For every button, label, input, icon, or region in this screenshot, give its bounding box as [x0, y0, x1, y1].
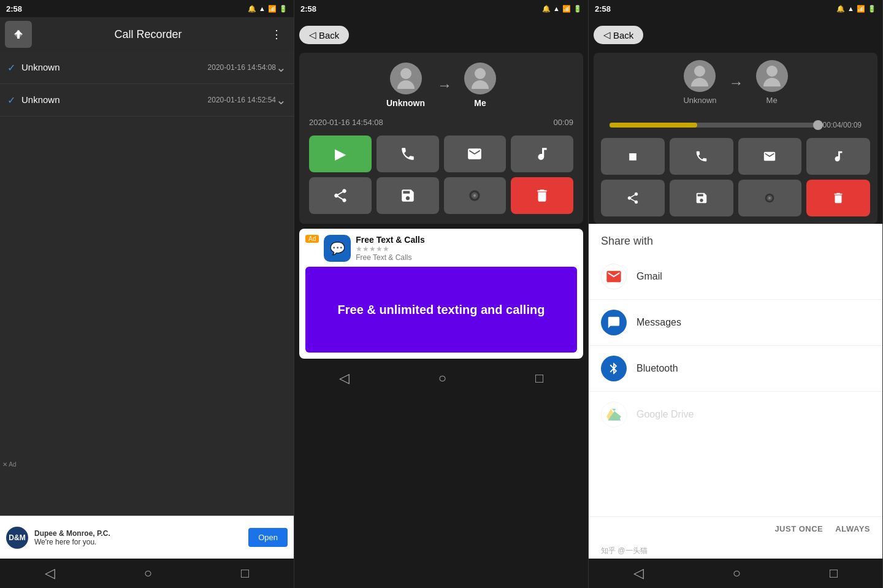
back-nav-button-2[interactable]: ◁	[327, 365, 362, 391]
share-item-gmail[interactable]: Gmail	[589, 254, 882, 300]
dm-logo: D&M	[6, 527, 28, 549]
sort-button[interactable]	[5, 21, 32, 48]
share-item-messages[interactable]: Messages	[589, 300, 882, 346]
action-grid-3: ■	[601, 138, 870, 216]
delete-button-3[interactable]	[806, 180, 870, 216]
save-button-3[interactable]	[670, 180, 733, 216]
notification-icon-3: 🔔	[836, 5, 845, 13]
ad-tagline: We're here for you.	[34, 538, 242, 546]
overflow-menu-button[interactable]: ⋮	[264, 22, 289, 47]
ad-banner-bottom[interactable]: D&M Dupee & Monroe, P.C. We're here for …	[0, 516, 294, 559]
recents-nav-button-3[interactable]: □	[817, 560, 850, 586]
ad-open-button[interactable]: Open	[248, 528, 288, 547]
caller-from-label-3: Unknown	[683, 96, 716, 105]
caller-from-label: Unknown	[386, 98, 425, 108]
recents-nav-button-2[interactable]: □	[523, 365, 556, 391]
call-duration: 00:09	[553, 118, 573, 127]
drive-icon	[601, 402, 627, 427]
call-button-3[interactable]	[670, 138, 733, 175]
nav-bar-1: ◁ ○ □	[0, 559, 294, 588]
signal-icon-2: 📶	[562, 5, 571, 13]
messages-label: Messages	[636, 317, 681, 328]
notification-icon: 🔔	[248, 5, 256, 13]
effects-button[interactable]	[444, 177, 506, 214]
call-item-1[interactable]: ✓ Unknown 2020-01-16 14:54:08 ⌄	[0, 52, 294, 84]
call-item-2[interactable]: ✓ Unknown 2020-01-16 14:52:54 ⌄	[0, 84, 294, 116]
gmail-label: Gmail	[636, 271, 662, 282]
back-button-3[interactable]: ◁ Back	[594, 26, 643, 44]
check-icon-1: ✓	[7, 62, 15, 74]
action-grid: ▶	[309, 136, 573, 214]
caller-to-label-3: Me	[766, 96, 778, 105]
avatar-unknown-3	[684, 60, 716, 92]
signal-icon: 📶	[268, 5, 277, 13]
ad-text: Dupee & Monroe, P.C. We're here for you.	[34, 529, 242, 546]
ad-company: Dupee & Monroe, P.C.	[34, 529, 242, 538]
ringtone-button[interactable]	[511, 136, 573, 172]
battery-icon-3: 🔋	[868, 5, 876, 13]
ad-app-info: Free Text & Calls ★★★★★ Free Text & Call…	[356, 235, 425, 262]
call-list: ✓ Unknown 2020-01-16 14:54:08 ⌄ ✓ Unknow…	[0, 52, 294, 516]
status-icons-3: 🔔 ▲ 📶 🔋	[836, 5, 876, 13]
effects-button-3[interactable]	[738, 180, 802, 216]
ad-area-2[interactable]: Ad 💬 Free Text & Calls ★★★★★ Free Text &…	[299, 229, 583, 359]
save-button[interactable]	[377, 177, 439, 214]
panel-call-recorder: 2:58 🔔 ▲ 📶 🔋 Call Recorder ⋮ ✓ Unknown 2…	[0, 0, 294, 588]
caller-display-3: Unknown → Me	[601, 60, 870, 105]
message-button-3[interactable]	[738, 138, 802, 175]
share-button-3[interactable]	[601, 180, 665, 216]
progress-track[interactable]	[610, 123, 818, 128]
panel-share: 2:58 🔔 ▲ 📶 🔋 ◁ Back	[589, 0, 883, 588]
drive-label: Google Drive	[636, 409, 694, 420]
share-item-bluetooth[interactable]: Bluetooth	[589, 346, 882, 392]
ad-banner-image[interactable]: Free & unlimited texting and calling	[305, 267, 577, 353]
back-button-2[interactable]: ◁ Back	[299, 26, 349, 44]
home-nav-button-1[interactable]: ○	[132, 560, 164, 586]
signal-icon-3: 📶	[857, 5, 865, 13]
call-detail-card: Unknown → Me 2020-01-16 14:54:08 00:09	[299, 53, 583, 224]
wifi-icon: ▲	[259, 5, 266, 12]
back-nav-button-3[interactable]: ◁	[621, 560, 656, 586]
app-bar: Call Recorder ⋮	[0, 17, 294, 52]
ad-app-icon-2: 💬	[324, 235, 351, 262]
ad-subtitle: Free Text & Calls	[356, 253, 425, 262]
call-detail-card-3: Unknown → Me	[594, 53, 877, 224]
caller-name-1: Unknown	[21, 62, 60, 72]
play-button[interactable]: ▶	[309, 136, 372, 172]
share-item-drive[interactable]: Google Drive	[589, 392, 882, 437]
ringtone-button-3[interactable]	[806, 138, 870, 175]
expand-icon-2[interactable]: ⌄	[276, 93, 286, 107]
call-direction-arrow: →	[437, 77, 452, 94]
status-bar-2: 2:58 🔔 ▲ 📶 🔋	[294, 0, 588, 17]
stop-button-3[interactable]: ■	[601, 138, 665, 175]
progress-bar-container: 00:04/00:09	[601, 115, 870, 132]
caller-display: Unknown → Me	[309, 63, 573, 108]
caller-name-2: Unknown	[21, 94, 60, 105]
status-bar-3: 2:58 🔔 ▲ 📶 🔋	[589, 0, 882, 17]
ad-app-name: Free Text & Calls	[356, 235, 425, 245]
svg-point-2	[473, 194, 476, 197]
caller-to-label: Me	[474, 98, 486, 108]
share-title: Share with	[589, 224, 882, 254]
share-button[interactable]	[309, 177, 372, 214]
recents-nav-button-1[interactable]: □	[229, 560, 261, 586]
expand-icon-1[interactable]: ⌄	[276, 60, 286, 75]
status-time-2: 2:58	[300, 4, 316, 13]
always-button[interactable]: ALWAYS	[835, 524, 870, 533]
progress-thumb[interactable]	[813, 120, 823, 130]
just-once-button[interactable]: JUST ONCE	[774, 524, 823, 533]
call-button[interactable]	[377, 136, 439, 172]
message-button[interactable]	[444, 136, 506, 172]
progress-fill	[610, 123, 697, 128]
status-icons-2: 🔔 ▲ 📶 🔋	[542, 5, 582, 13]
svg-point-5	[769, 197, 771, 199]
home-nav-button-2[interactable]: ○	[426, 365, 459, 391]
caller-avatar-to-3: Me	[756, 60, 788, 105]
call-info-2: Unknown	[21, 94, 196, 105]
home-nav-button-3[interactable]: ○	[721, 560, 753, 586]
avatar-unknown	[390, 63, 422, 94]
delete-button[interactable]	[511, 177, 573, 214]
back-nav-button-1[interactable]: ◁	[32, 560, 67, 586]
bluetooth-label: Bluetooth	[636, 363, 678, 374]
caller-avatar-from: Unknown	[386, 63, 425, 108]
